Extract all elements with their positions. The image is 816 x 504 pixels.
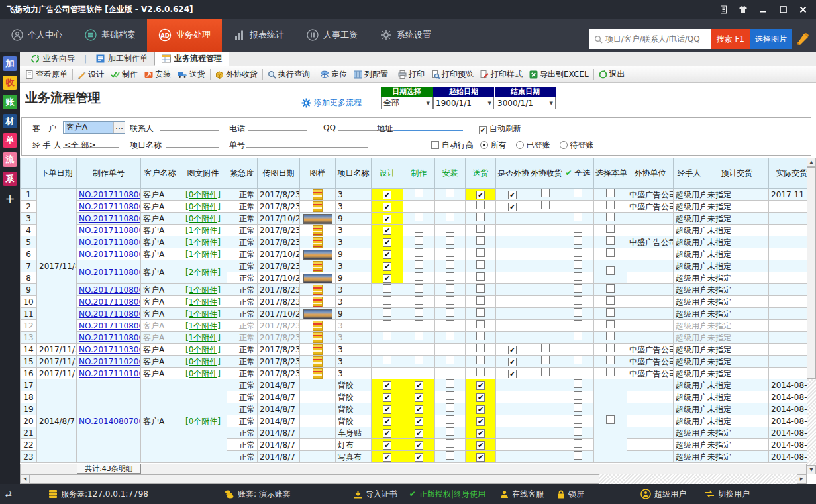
- deliver-checkbox[interactable]: [476, 260, 485, 269]
- toolbar-install-button[interactable]: 安装: [141, 67, 174, 81]
- col-header-9[interactable]: 设计: [372, 158, 403, 189]
- deliver-checkbox[interactable]: [476, 296, 485, 305]
- design-checkbox[interactable]: [383, 344, 391, 352]
- install-checkbox[interactable]: [446, 415, 454, 424]
- install-checkbox[interactable]: [446, 248, 454, 257]
- col-header-15[interactable]: ✔ 全选: [562, 158, 594, 189]
- col-header-16[interactable]: 选择本单: [594, 158, 627, 189]
- col-header-4[interactable]: 图文附件: [179, 158, 227, 189]
- install-checkbox[interactable]: [446, 308, 454, 317]
- col-header-6[interactable]: 传图日期: [258, 158, 300, 189]
- make-checkbox[interactable]: ✔: [415, 441, 423, 450]
- design-checkbox[interactable]: ✔: [383, 429, 391, 438]
- attachment-link[interactable]: [0个附件]: [185, 357, 221, 366]
- design-checkbox[interactable]: ✔: [383, 393, 391, 402]
- vertical-scrollbar[interactable]: ▲ ▼: [807, 158, 816, 474]
- attachment-link[interactable]: [1个附件]: [185, 226, 221, 235]
- col-header-17[interactable]: 外协单位: [627, 158, 674, 189]
- select-all-checkbox[interactable]: [574, 248, 582, 257]
- deliver-checkbox[interactable]: [476, 320, 485, 328]
- select-order-checkbox[interactable]: [606, 296, 615, 305]
- thumbnail-poster[interactable]: [313, 356, 323, 367]
- make-checkbox[interactable]: [415, 260, 423, 269]
- attachment-link[interactable]: [0个附件]: [185, 369, 221, 378]
- switch-user-button[interactable]: 切换用户: [705, 489, 750, 500]
- toolbar-pencil-button[interactable]: 设计: [74, 67, 107, 81]
- nav-item-chart[interactable]: 报表统计: [222, 19, 295, 52]
- deliver-checkbox[interactable]: [476, 225, 485, 233]
- radio-待登账[interactable]: 待登账: [560, 140, 594, 150]
- make-checkbox[interactable]: [415, 368, 423, 376]
- horizontal-scroll-thumb[interactable]: [30, 474, 599, 484]
- make-checkbox[interactable]: [415, 213, 423, 221]
- attachment-link[interactable]: [1个附件]: [185, 333, 221, 342]
- attachment-link[interactable]: [1个附件]: [185, 297, 221, 307]
- design-checkbox[interactable]: [383, 308, 391, 317]
- attachment-link[interactable]: [1个附件]: [185, 250, 221, 259]
- design-checkbox[interactable]: [383, 296, 391, 305]
- select-order-checkbox[interactable]: [606, 266, 615, 275]
- select-all-checkbox[interactable]: [574, 391, 582, 400]
- design-checkbox[interactable]: ✔: [383, 191, 391, 199]
- deliver-checkbox[interactable]: [476, 308, 485, 317]
- select-all-checkbox[interactable]: [574, 308, 582, 317]
- make-checkbox[interactable]: [415, 225, 423, 233]
- select-all-checkbox[interactable]: [574, 415, 582, 424]
- select-all-checkbox[interactable]: [574, 344, 582, 352]
- scroll-right-arrow[interactable]: ▶: [797, 474, 807, 484]
- make-checkbox[interactable]: ✔: [415, 381, 423, 390]
- toolbar-truck-button[interactable]: 送货: [174, 67, 209, 81]
- toolbar-exit-button[interactable]: 退出: [595, 67, 629, 81]
- make-checkbox[interactable]: ✔: [415, 429, 423, 438]
- select-all-checkbox[interactable]: [574, 427, 582, 436]
- select-all-checkbox[interactable]: [574, 296, 582, 305]
- outsource-flag-checkbox[interactable]: ✔: [508, 370, 517, 378]
- col-header-8[interactable]: 项目名称: [336, 158, 372, 189]
- sidebar-item-系[interactable]: 系: [3, 172, 17, 186]
- design-checkbox[interactable]: ✔: [383, 203, 391, 211]
- design-checkbox[interactable]: ✔: [383, 381, 391, 390]
- select-order-checkbox[interactable]: [606, 189, 615, 197]
- design-checkbox[interactable]: [383, 356, 391, 364]
- col-header-0[interactable]: [21, 158, 37, 189]
- make-checkbox[interactable]: [415, 272, 423, 281]
- select-all-checkbox[interactable]: [574, 403, 582, 412]
- deliver-checkbox[interactable]: ✔: [476, 191, 485, 199]
- radio-circle[interactable]: [480, 141, 488, 149]
- date-filter-dropdown[interactable]: 全部▼: [381, 97, 433, 109]
- order-no-link[interactable]: NO.201711030001: [79, 345, 141, 354]
- order-no-link[interactable]: NO.201711010001: [79, 369, 141, 378]
- select-order-checkbox[interactable]: [606, 236, 615, 245]
- make-checkbox[interactable]: [415, 284, 423, 293]
- order-no-link[interactable]: NO.201408070001: [79, 417, 141, 426]
- deliver-checkbox[interactable]: [476, 201, 485, 209]
- thumbnail-poster[interactable]: [313, 321, 323, 331]
- make-checkbox[interactable]: [415, 189, 423, 197]
- thumbnail-photo[interactable]: [303, 250, 332, 260]
- outsource-recv-checkbox[interactable]: [541, 189, 550, 197]
- attachment-link[interactable]: [2个附件]: [185, 268, 221, 277]
- handler-field[interactable]: <全 部>: [63, 137, 119, 148]
- order-no-link[interactable]: NO.201711080004: [79, 297, 141, 307]
- col-header-10[interactable]: 制作: [403, 158, 435, 189]
- make-checkbox[interactable]: [415, 332, 423, 340]
- make-checkbox[interactable]: [415, 236, 423, 245]
- select-order-checkbox[interactable]: [606, 248, 615, 257]
- install-checkbox[interactable]: [446, 320, 454, 328]
- install-checkbox[interactable]: [446, 439, 454, 448]
- install-checkbox[interactable]: [446, 213, 454, 221]
- install-checkbox[interactable]: [446, 427, 454, 436]
- radio-所有[interactable]: 所有: [480, 140, 507, 150]
- select-all-checkbox[interactable]: [574, 451, 582, 460]
- thumbnail-poster[interactable]: [313, 297, 323, 307]
- scroll-up-arrow[interactable]: ▲: [807, 158, 816, 167]
- col-header-19[interactable]: 预计交货: [705, 158, 769, 189]
- make-checkbox[interactable]: [415, 248, 423, 257]
- deliver-checkbox[interactable]: [476, 344, 485, 352]
- outsource-flag-checkbox[interactable]: ✔: [508, 358, 517, 366]
- design-checkbox[interactable]: ✔: [383, 262, 391, 271]
- thumbnail-poster[interactable]: [313, 189, 323, 200]
- order-no-link[interactable]: NO.201711080002: [79, 321, 141, 330]
- attachment-link[interactable]: [1个附件]: [185, 309, 221, 319]
- auto-refresh-box[interactable]: ✔: [479, 126, 487, 134]
